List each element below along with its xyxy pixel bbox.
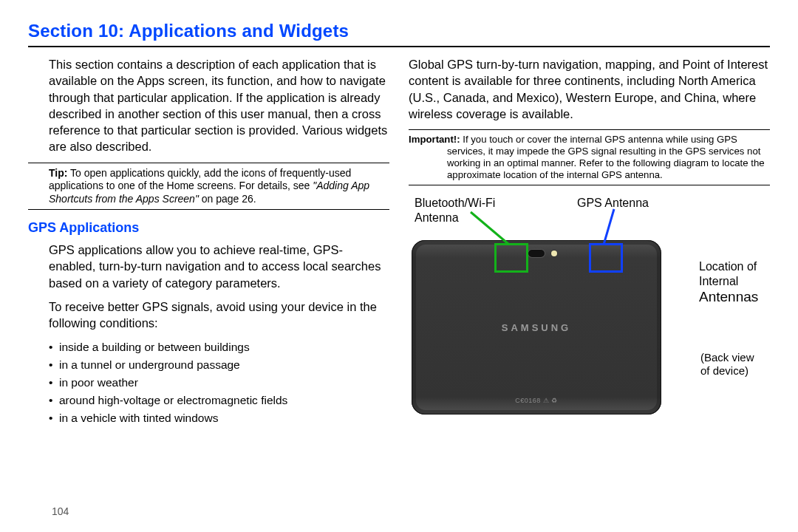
tip-body: To open applications quickly, add the ic… <box>49 167 351 192</box>
intro-paragraph: This section contains a description of e… <box>28 56 389 155</box>
gps-paragraph-1: GPS applications allow you to achieve re… <box>28 242 389 291</box>
section-rule <box>28 46 770 47</box>
label-line: Internal <box>699 275 738 287</box>
global-gps-paragraph: Global GPS turn-by-turn navigation, mapp… <box>409 56 770 122</box>
gps-antenna-box <box>589 243 623 273</box>
gps-applications-heading: GPS Applications <box>28 220 389 236</box>
blue-leader-line <box>604 209 614 245</box>
list-item: in poor weather <box>49 374 389 392</box>
section-title: Section 10: Applications and Widgets <box>28 21 770 41</box>
tip-text: Tip: To open applications quickly, add t… <box>49 167 389 206</box>
label-line: Location of <box>699 260 757 273</box>
label-line: (Back view <box>700 351 754 364</box>
gps-conditions-list: inside a building or between buildings i… <box>28 338 389 427</box>
bluetooth-wifi-antenna-label: Bluetooth/Wi-Fi Antenna <box>415 196 495 224</box>
label-line: Antennas <box>699 289 758 304</box>
list-item: inside a building or between buildings <box>49 338 389 356</box>
important-label: Important!: <box>409 134 460 145</box>
gps-antenna-label: GPS Antenna <box>577 196 649 210</box>
label-line: of device) <box>700 364 748 377</box>
list-item: in a vehicle with tinted windows <box>49 409 389 427</box>
list-item: in a tunnel or underground passage <box>49 356 389 374</box>
tip-label: Tip: <box>49 167 67 179</box>
ce-mark: C€0168 ⚠ ♻ <box>515 397 558 404</box>
device-back-illustration: SAMSUNG C€0168 ⚠ ♻ <box>412 240 661 415</box>
antenna-diagram: Bluetooth/Wi-Fi Antenna GPS Antenna Loca… <box>409 196 770 454</box>
important-body: If you touch or cover the internal GPS a… <box>447 134 765 180</box>
label-line: Bluetooth/Wi-Fi <box>415 197 495 209</box>
right-column: Global GPS turn-by-turn navigation, mapp… <box>409 56 770 454</box>
camera-flash-icon <box>551 250 557 256</box>
bluetooth-wifi-antenna-box <box>494 243 528 273</box>
two-column-layout: This section contains a description of e… <box>28 56 770 454</box>
important-callout: Important!: If you touch or cover the in… <box>409 129 770 185</box>
location-of-internal-antennas-label: Location of Internal Antennas <box>699 259 770 305</box>
list-item: around high-voltage or electromagnetic f… <box>49 392 389 409</box>
tip-callout: Tip: To open applications quickly, add t… <box>28 163 389 211</box>
camera-icon <box>528 250 545 257</box>
gps-paragraph-2: To receive better GPS signals, avoid usi… <box>28 299 389 332</box>
label-line: Antenna <box>415 211 459 224</box>
back-view-caption: (Back view of device) <box>700 351 768 378</box>
important-text: Important!: If you touch or cover the in… <box>447 134 770 181</box>
left-column: This section contains a description of e… <box>28 56 389 454</box>
page-number: 104 <box>52 505 69 517</box>
tip-tail: on page 26. <box>199 193 256 205</box>
brand-logo: SAMSUNG <box>502 322 571 333</box>
